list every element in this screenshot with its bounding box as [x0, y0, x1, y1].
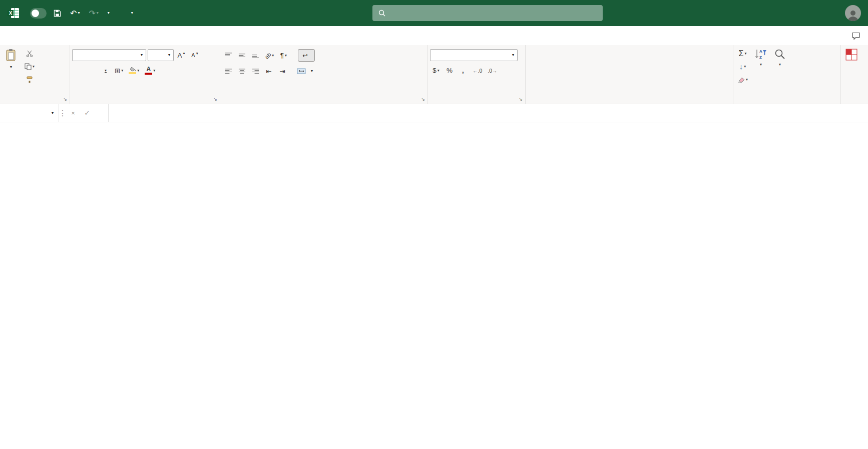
- sort-filter-button[interactable]: AZ ▾: [752, 47, 769, 69]
- comma-style-button[interactable]: ,: [457, 65, 469, 76]
- excel-icon[interactable]: X: [6, 6, 21, 21]
- document-title[interactable]: ▾: [121, 11, 133, 15]
- align-left-button[interactable]: [222, 66, 234, 77]
- orientation-icon: ab: [264, 51, 272, 60]
- avatar[interactable]: [845, 5, 861, 21]
- ribbon-group-alignment: ab▾ ¶▾ ↩ ⇤ ⇥ ▾: [220, 45, 428, 104]
- sort-filter-icon: AZ: [755, 49, 767, 60]
- comma-icon: ,: [462, 67, 464, 74]
- autosave-toggle[interactable]: [30, 8, 47, 19]
- decrease-decimal-icon: .0→: [488, 68, 497, 74]
- copy-chevron-icon: ▾: [33, 65, 35, 69]
- fill-down-icon: ↓: [739, 62, 743, 71]
- decrease-font-size-button[interactable]: A▾: [189, 50, 201, 61]
- save-icon: [54, 10, 61, 17]
- person-icon: [846, 9, 859, 21]
- ribbon: ▾ ▾ ↘: [0, 45, 868, 104]
- save-button[interactable]: [52, 8, 63, 19]
- increase-indent-button[interactable]: ⇥: [276, 66, 288, 77]
- number-format-select[interactable]: ▾: [430, 49, 518, 61]
- decrease-decimal-button[interactable]: .0→: [486, 65, 499, 76]
- accounting-format-button[interactable]: $▾: [430, 65, 442, 76]
- orientation-button[interactable]: ab▾: [263, 50, 276, 61]
- redo-icon: ↷: [89, 9, 95, 18]
- bottom-align-icon: [252, 52, 259, 59]
- format-painter-button[interactable]: [23, 74, 37, 85]
- magnifier-icon: [774, 49, 785, 60]
- percent-style-button[interactable]: %: [444, 65, 456, 76]
- addins-button[interactable]: [843, 47, 860, 64]
- font-color-icon: A: [145, 66, 152, 75]
- chevron-down-icon: ▾: [108, 11, 110, 15]
- quick-access-overflow-button[interactable]: ▾: [106, 9, 112, 17]
- clipboard-dialog-launcher[interactable]: ↘: [63, 97, 67, 102]
- format-painter-icon: [26, 76, 33, 83]
- dollar-icon: $: [432, 67, 437, 74]
- text-direction-button[interactable]: ¶▾: [277, 50, 289, 61]
- eraser-icon: [737, 77, 745, 83]
- top-align-button[interactable]: [222, 50, 234, 61]
- confirm-entry-button[interactable]: ✓: [80, 104, 94, 122]
- ribbon-group-cells: [653, 45, 733, 104]
- middle-align-button[interactable]: [236, 50, 248, 61]
- fill-button[interactable]: ↓▾: [735, 61, 750, 72]
- decrease-indent-button[interactable]: ⇤: [263, 66, 275, 77]
- cut-button[interactable]: [23, 48, 37, 59]
- undo-icon: ↶: [70, 9, 77, 18]
- percent-icon: %: [447, 67, 453, 74]
- insert-function-button[interactable]: [94, 104, 108, 122]
- alignment-dialog-launcher[interactable]: ↘: [421, 97, 425, 102]
- wrap-text-button[interactable]: ↩: [298, 49, 314, 62]
- ribbon-group-editing: Σ▾ ↓▾ ▾ AZ ▾ ▾: [733, 45, 841, 104]
- redo-button[interactable]: ↷▾: [87, 7, 100, 20]
- font-family-select[interactable]: ▾: [72, 49, 146, 61]
- comments-button[interactable]: [850, 26, 865, 45]
- font-size-select[interactable]: ▾: [148, 49, 174, 61]
- paste-button[interactable]: ▾: [2, 47, 20, 71]
- top-align-icon: [225, 52, 232, 59]
- excel-window: X ↶▾ ↷▾ ▾ ▾: [0, 0, 868, 449]
- increase-font-size-button[interactable]: A▴: [175, 50, 187, 61]
- excel-logo-icon: X: [7, 7, 20, 20]
- align-right-icon: [252, 68, 259, 75]
- scissors-icon: [26, 50, 33, 57]
- decrease-indent-icon: ⇤: [266, 67, 271, 75]
- ribbon-group-addins: [841, 45, 868, 104]
- font-dialog-launcher[interactable]: ↘: [213, 97, 217, 102]
- merge-center-button[interactable]: ▾: [297, 65, 313, 77]
- check-icon: ✓: [85, 109, 90, 117]
- align-center-button[interactable]: [236, 66, 248, 77]
- name-box-splitter[interactable]: ⋮: [59, 104, 66, 122]
- undo-button[interactable]: ↶▾: [68, 7, 82, 20]
- fill-color-button[interactable]: ▾: [127, 65, 141, 76]
- increase-decimal-button[interactable]: ←.0: [471, 65, 484, 76]
- number-dialog-launcher[interactable]: ↘: [519, 97, 523, 102]
- search-icon: [378, 10, 385, 17]
- copy-icon: [25, 63, 32, 70]
- bold-button[interactable]: [72, 65, 84, 76]
- name-box[interactable]: ▾: [0, 104, 59, 122]
- ribbon-group-styles: [526, 45, 653, 104]
- autosum-button[interactable]: Σ▾: [735, 48, 750, 59]
- formula-input[interactable]: [108, 104, 868, 122]
- align-right-button[interactable]: [249, 66, 261, 77]
- borders-button[interactable]: ⊞▾: [113, 65, 125, 76]
- paragraph-icon: ¶: [280, 52, 284, 59]
- find-select-button[interactable]: ▾: [772, 47, 788, 69]
- bottom-align-button[interactable]: [249, 50, 261, 61]
- font-color-button[interactable]: A ▾: [143, 65, 157, 76]
- sigma-icon: Σ: [739, 49, 744, 58]
- underline-button[interactable]: ▾: [99, 65, 111, 76]
- increase-decimal-icon: ←.0: [473, 68, 482, 74]
- italic-button[interactable]: [86, 65, 98, 76]
- borders-icon: ⊞: [115, 67, 120, 75]
- cancel-entry-button[interactable]: ×: [66, 104, 80, 122]
- clear-button[interactable]: ▾: [735, 74, 750, 85]
- copy-button[interactable]: ▾: [23, 61, 37, 72]
- title-chevron-icon: ▾: [131, 11, 133, 15]
- sheet-area: [0, 122, 868, 449]
- comment-icon: [852, 32, 860, 40]
- search-box[interactable]: [372, 5, 603, 21]
- svg-text:A: A: [759, 49, 762, 54]
- autosave-toggle-knob: [32, 10, 39, 17]
